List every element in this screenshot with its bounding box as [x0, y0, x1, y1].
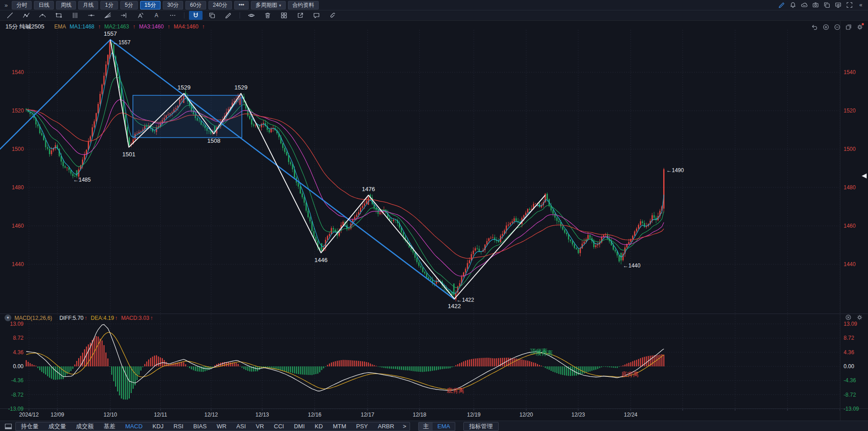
period-button-240分[interactable]: 240分 — [208, 1, 232, 9]
indicator-tab-成交额[interactable]: 成交额 — [71, 422, 99, 431]
chart-canvas[interactable] — [0, 0, 868, 431]
zoom-in-icon[interactable] — [822, 23, 830, 31]
chart-legend: 15分 纯碱2505 EMA MA1:1468↑MA2:1463↑MA3:146… — [5, 23, 208, 31]
indicator-tab-CCI[interactable]: CCI — [269, 422, 289, 431]
comment-tool-icon[interactable] — [310, 11, 323, 20]
macd-controls — [844, 314, 863, 321]
date-axis-label: 2024/12 — [19, 412, 38, 418]
macd-legend: ▼ MACD(12,26,6) DIFF:5.70 ↑ DEA:4.19 ↑ M… — [5, 314, 156, 321]
undo-icon[interactable] — [811, 23, 819, 31]
monitor-icon[interactable] — [832, 1, 844, 9]
notification-dot — [862, 23, 864, 25]
fullscreen-icon[interactable] — [844, 1, 855, 9]
indicator-tab-基差[interactable]: 基差 — [99, 422, 120, 431]
toolbar-expand-icon[interactable]: » — [5, 2, 8, 9]
settings-icon[interactable] — [856, 23, 864, 31]
period-button-60分[interactable]: 60分 — [185, 1, 206, 9]
magnet-tool-icon[interactable] — [189, 11, 203, 20]
period-button-周线[interactable]: 周线 — [56, 1, 76, 9]
measure-tool-icon[interactable] — [117, 11, 131, 20]
layout-tool-icon[interactable] — [277, 11, 291, 20]
date-axis-label: 12/23 — [571, 412, 585, 418]
ma-value: MA3:1460 — [139, 23, 164, 30]
indicator-tab-BIAS[interactable]: BIAS — [189, 422, 212, 431]
divergence-label: 顶背离 — [535, 349, 553, 357]
indicator-tab-成交量[interactable]: 成交量 — [43, 422, 71, 431]
main-indicator-box: 主 EMA — [418, 422, 455, 431]
price-axis-label: 1480 — [844, 184, 856, 191]
polyline-tool-icon[interactable] — [19, 11, 33, 20]
price-tag: ←1485 — [73, 177, 91, 183]
up-arrow-icon: ↑ — [115, 315, 118, 321]
macd-collapse-icon[interactable]: ▼ — [5, 314, 11, 321]
date-axis-label: 12/10 — [104, 412, 117, 418]
swing-label: 1446 — [315, 257, 328, 263]
indicator-tab-MTM[interactable]: MTM — [328, 422, 351, 431]
rect-tool-icon[interactable] — [52, 11, 66, 20]
period-button-30分[interactable]: 30分 — [163, 1, 183, 9]
eye-tool-icon[interactable] — [245, 11, 258, 20]
indicator-tab-RSI[interactable]: RSI — [169, 422, 189, 431]
indicator-tab-MACD[interactable]: MACD — [120, 422, 147, 431]
edit-icon[interactable] — [776, 1, 787, 9]
swing-label: 1529 — [235, 84, 248, 91]
pencil-tool-icon[interactable] — [222, 11, 235, 20]
period-button-月线[interactable]: 月线 — [78, 1, 98, 9]
period-button-5分[interactable]: 5分 — [120, 1, 138, 9]
flag-tool-icon[interactable] — [133, 11, 147, 20]
line-tool-icon[interactable] — [3, 11, 17, 20]
multi-period-button[interactable]: 多周期图▾ — [251, 1, 286, 9]
export-tool-icon[interactable] — [293, 11, 307, 20]
macd-macd-value: MACD:3.03 — [121, 315, 149, 321]
zoom-out-icon[interactable] — [833, 23, 841, 31]
curve-tool-icon[interactable] — [36, 11, 49, 20]
period-button-1分[interactable]: 1分 — [100, 1, 118, 9]
more-periods-button[interactable]: ••• — [234, 1, 249, 9]
indicator-tab-PSY[interactable]: PSY — [351, 422, 373, 431]
tabs-expand-button[interactable]: > — [399, 422, 410, 431]
period-button-日线[interactable]: 日线 — [34, 1, 54, 9]
price-axis-label: 1540 — [12, 69, 24, 75]
bottom-indicator-bar: 持仓量成交量成交额基差MACDKDJRSIBIASWRASIVRCCIDMIKD… — [0, 421, 868, 431]
collapse-icon[interactable]: « — [855, 1, 866, 9]
text-tool-icon[interactable]: A — [150, 11, 163, 20]
indicator-tab-持仓量[interactable]: 持仓量 — [16, 422, 43, 431]
cloud-icon[interactable] — [798, 1, 810, 9]
price-tag: ←1557 — [113, 39, 131, 46]
indicator-tab-KDJ[interactable]: KDJ — [147, 422, 169, 431]
contract-info-button[interactable]: 合约资料 — [288, 1, 319, 9]
indicator-tab-DMI[interactable]: DMI — [289, 422, 310, 431]
indicator-tab-ARBR[interactable]: ARBR — [373, 422, 399, 431]
indicator-tab-WR[interactable]: WR — [212, 422, 231, 431]
layers-icon[interactable] — [821, 1, 832, 9]
swing-label: 1501 — [123, 151, 136, 158]
indicator-tab-VR[interactable]: VR — [251, 422, 269, 431]
date-axis-label: 12/17 — [361, 412, 374, 418]
trash-tool-icon[interactable] — [261, 11, 274, 20]
macd-axis-label: 4.36 — [844, 349, 854, 356]
bell-icon[interactable] — [787, 1, 798, 9]
settings-icon[interactable] — [856, 314, 863, 321]
indicator-tab-KD[interactable]: KD — [310, 422, 328, 431]
divergence-label: 底背离 — [621, 370, 639, 379]
hline-tool-icon[interactable] — [85, 11, 98, 20]
period-button-分时[interactable]: 分时 — [12, 1, 32, 9]
indicator-manage-button[interactable]: 指标管理 — [463, 422, 499, 431]
period-button-15分[interactable]: 15分 — [140, 1, 160, 9]
fan-tool-icon[interactable] — [101, 11, 114, 20]
top-toolbar: » 分时日线周线月线1分5分15分30分60分240分 ••• 多周期图▾ 合约… — [0, 0, 868, 10]
sub-chart-icon[interactable] — [5, 423, 12, 430]
date-axis-label: 12/18 — [413, 412, 426, 418]
main-indicator-ema[interactable]: EMA — [433, 422, 454, 431]
camera-icon[interactable] — [810, 1, 821, 9]
clip-tool-icon[interactable] — [326, 11, 340, 20]
main-chart-tab[interactable]: 主 — [419, 422, 433, 431]
channel-tool-icon[interactable] — [68, 11, 82, 20]
close-icon[interactable] — [844, 314, 852, 321]
restore-icon[interactable] — [844, 23, 853, 31]
indicator-tab-ASI[interactable]: ASI — [231, 422, 251, 431]
macd-axis-label: -13.09 — [844, 406, 859, 412]
more-tool-icon[interactable] — [166, 11, 179, 20]
date-axis-label: 12/20 — [519, 412, 533, 418]
copy-tool-icon[interactable] — [205, 11, 219, 20]
